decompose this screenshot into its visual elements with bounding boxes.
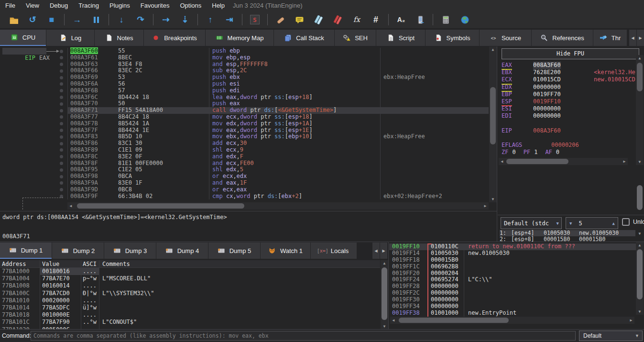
tab-script[interactable]: {}Script [376, 30, 425, 46]
register-value[interactable]: 0019FF10 [533, 98, 561, 105]
menu-item-favourites[interactable]: Favourites [135, 0, 175, 11]
disassembly-vscrollbar[interactable]: ▲ ▼ [489, 46, 497, 202]
pause-icon[interactable] [90, 14, 102, 25]
dump-column-header[interactable]: Comments [99, 260, 380, 267]
register-value[interactable]: 00000206 [551, 142, 579, 149]
tab-source[interactable]: <>Source [480, 30, 531, 46]
tab-scroll-right-icon[interactable]: ▶ [637, 30, 644, 46]
disasm-row[interactable]: 008A3F6C8D4424 18lea eax,dword ptr ss:[e… [0, 94, 489, 101]
dump-row[interactable]: 77BA100000180016.... [0, 268, 380, 275]
disasm-row[interactable]: 008A3F6B57push edi [0, 88, 489, 94]
breakpoint-dot[interactable] [56, 114, 67, 121]
tab-dump-3[interactable]: Dump 3 [104, 243, 156, 259]
tab-breakpoints[interactable]: Breakpoints [144, 30, 205, 46]
register-value[interactable]: 00000000 [533, 112, 561, 120]
scrollbar-thumb[interactable] [637, 185, 643, 210]
spin-down-icon[interactable]: ▼ [569, 221, 572, 226]
scroll-right-icon[interactable]: ▶ [621, 158, 628, 165]
breakpoint-dot[interactable] [56, 180, 67, 187]
tab-memory-map[interactable]: Memory Map [206, 30, 273, 46]
flag-value[interactable]: 0 [556, 149, 559, 156]
stack-row[interactable]: 0019FF18000015B0 [389, 257, 636, 264]
stack-row[interactable]: 0019FF3000000000 [389, 297, 636, 303]
dump-column-header[interactable]: Value [40, 260, 81, 267]
disasm-row[interactable]: 008A3F7050push eax [0, 100, 489, 107]
disasm-row[interactable]: 008A3F71FF15 54A18A00call dword ptr ds:[… [0, 107, 489, 114]
disasm-row[interactable]: 008A3F838B5D 10mov ebx,dword ptr ss:[ebp… [0, 133, 489, 140]
scroll-up-icon[interactable]: ▲ [489, 46, 497, 53]
breakpoint-dot[interactable] [56, 160, 67, 167]
tab-scroll-left-icon[interactable]: ◀ [629, 30, 636, 46]
scroll-up-icon[interactable]: ▲ [381, 260, 388, 266]
spin-up-icon[interactable]: ▲ [612, 221, 615, 226]
breakpoint-dot[interactable] [56, 55, 67, 61]
calling-convention-select[interactable]: Default (stdc ▼ [501, 217, 562, 229]
tab-watch-1[interactable]: Watch 1 [261, 243, 310, 259]
dump-row[interactable]: 77BA100C77BA7CD0Ð|°wL"\\SYSTEM32\\" [0, 290, 380, 297]
menu-item-view[interactable]: View [21, 0, 44, 11]
disasm-row[interactable]: 008A3F9D0BC8or ecx,eax [0, 187, 489, 193]
stack-row[interactable]: 0019FF1C006962B8 [389, 264, 636, 270]
open-file-icon[interactable] [8, 14, 19, 25]
scrollbar-thumb[interactable] [490, 87, 496, 144]
disasm-row[interactable]: 008A3F7B8B5424 1Amov edx,dword ptr ss:[e… [0, 121, 489, 127]
disasm-row[interactable]: 008A3F618BECmov ebp,esp [0, 55, 489, 61]
run-icon[interactable]: → [71, 14, 83, 25]
tab-thr[interactable]: Thr [593, 30, 627, 46]
flag-value[interactable]: 1 [534, 149, 537, 156]
scroll-down-icon[interactable]: ▼ [636, 231, 644, 237]
register-value[interactable]: 00000000 [533, 84, 561, 91]
disasm-row[interactable]: 008A3F6683EC 2Csub esp,2C [0, 67, 489, 74]
scrollbar-thumb[interactable] [399, 318, 509, 323]
disasm-row[interactable]: 008A3F9F66:3B4B 02cmp cx,word ptr ds:[eb… [0, 193, 489, 200]
tab-locals[interactable]: [x=]Locals [311, 243, 357, 259]
stack-row[interactable]: 0019FF2000000204 [389, 270, 636, 277]
tab-scroll-left-icon[interactable]: ◀ [372, 243, 380, 259]
stack-row[interactable]: 0019FF100100110Creturn to new.0100110C f… [389, 243, 636, 250]
menu-item-help[interactable]: Help [207, 0, 230, 11]
scroll-down-icon[interactable]: ▼ [489, 196, 497, 202]
stack-vscrollbar[interactable]: ▲ ▼ [636, 242, 644, 315]
comment-icon[interactable] [294, 14, 305, 25]
dump-column-header[interactable]: ASCI [81, 260, 99, 267]
function-analysis-icon[interactable]: fx [351, 14, 362, 25]
dump-column-header[interactable]: Address [0, 260, 40, 267]
disasm-row[interactable]: 008A3F8F81E1 00FE0000and ecx,FE00 [0, 160, 489, 167]
stack-row[interactable]: 0019FF2800000000 [389, 283, 636, 290]
disasm-row[interactable]: 008A3F778B4C24 18mov ecx,dword ptr ss:[e… [0, 114, 489, 121]
labels-icon[interactable] [313, 14, 324, 25]
disasm-row[interactable]: 008A3F8683C1 30add ecx,30 [0, 140, 489, 147]
execute-till-return-icon[interactable]: ↑ [205, 14, 216, 25]
stack-row[interactable]: 0019FF2C00000000 [389, 290, 636, 297]
disasm-row[interactable]: 008A3F6383E4 F8and esp,FFFFFFF8 [0, 61, 489, 68]
tab-seh[interactable]: SEH [335, 30, 376, 46]
registers-hscrollbar[interactable]: ◀ ▶ [499, 158, 628, 165]
dump-vscrollbar[interactable]: ▲ ▼ [381, 260, 388, 329]
scrollbar-thumb[interactable] [506, 159, 568, 164]
scrollbar-thumb[interactable] [637, 249, 643, 299]
scroll-left-icon[interactable]: ◀ [390, 317, 397, 324]
tab-log[interactable]: Log [46, 30, 94, 46]
scroll-up-icon[interactable]: ▲ [636, 55, 644, 61]
dump-row[interactable]: 77BA101C77BA7F90..°wL"CONOUT$" [0, 319, 380, 326]
run-to-user-code-icon[interactable]: ⇥ [224, 14, 235, 25]
menu-item-options[interactable]: Options [175, 0, 207, 11]
attach-icon[interactable] [415, 14, 426, 25]
scroll-down-icon[interactable]: ▼ [636, 309, 644, 315]
breakpoint-dot[interactable] [56, 94, 67, 101]
disasm-row[interactable]: 008A3F6953push ebxebx:HeapFree [0, 74, 489, 81]
register-value[interactable]: 008A3F60 [533, 62, 561, 69]
tab-symbols[interactable]: Symbols [426, 30, 479, 46]
calculator-icon[interactable] [440, 14, 451, 25]
disasm-row[interactable]: 008A3F8C83E2 0Fand edx,F [0, 154, 489, 160]
disasm-row[interactable]: 008A3F89C1E1 09shl ecx,9 [0, 147, 489, 154]
tab-references[interactable]: References [532, 30, 593, 46]
scrollbar-thumb[interactable] [637, 63, 643, 91]
assemble-icon[interactable]: A₂ [395, 14, 407, 25]
preferences-icon[interactable] [459, 14, 470, 25]
breakpoint-dot[interactable] [56, 154, 67, 160]
trace-over-icon[interactable]: ⇢ [160, 14, 172, 25]
register-value[interactable]: 008A3F60 [533, 127, 561, 134]
disasm-row[interactable]: 008A3F980BCAor ecx,edx [0, 173, 489, 180]
breakpoint-dot[interactable] [56, 173, 67, 180]
